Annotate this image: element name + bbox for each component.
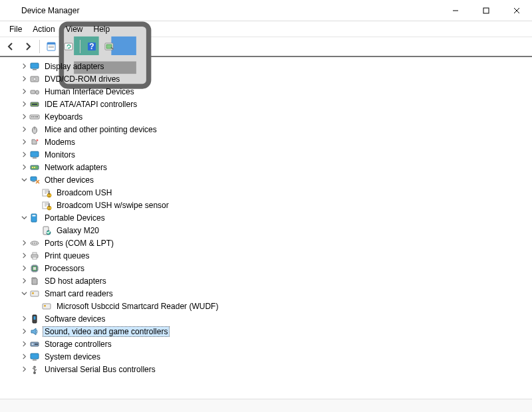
modem-icon xyxy=(29,137,40,148)
device-broadcom-ush-swipe[interactable]: Broadcom USH w/swipe sensor xyxy=(1,199,531,211)
app-icon xyxy=(5,5,16,16)
menu-bar: File Action View Help xyxy=(0,21,532,37)
chevron-right-icon[interactable] xyxy=(20,239,28,247)
menu-help[interactable]: Help xyxy=(88,23,116,35)
category-other-devices[interactable]: Other devices xyxy=(1,173,531,186)
toolbar-refresh-button[interactable] xyxy=(61,39,76,54)
monitor-icon xyxy=(29,150,40,160)
chevron-right-icon[interactable] xyxy=(20,100,28,108)
chevron-down-icon[interactable] xyxy=(20,176,28,184)
device-broadcom-ush[interactable]: Broadcom USH xyxy=(1,186,531,199)
device-label: Galaxy M20 xyxy=(55,226,101,235)
chevron-down-icon[interactable] xyxy=(20,214,28,222)
chevron-right-icon[interactable] xyxy=(20,328,28,336)
toolbar-forward-button[interactable] xyxy=(20,39,36,54)
toolbar-properties-button[interactable] xyxy=(43,39,59,54)
category-label: Mice and other pointing devices xyxy=(43,125,159,134)
category-processors[interactable]: Processors xyxy=(1,262,531,274)
device-ms-usbccid[interactable]: Microsoft Usbccid Smartcard Reader (WUDF… xyxy=(1,300,531,312)
smartcard-icon xyxy=(29,288,40,299)
category-label: Storage controllers xyxy=(43,340,114,349)
chevron-right-icon[interactable] xyxy=(20,62,28,70)
category-keyboards[interactable]: Keyboards xyxy=(1,110,531,123)
category-ports[interactable]: Ports (COM & LPT) xyxy=(1,237,531,249)
chevron-right-icon[interactable] xyxy=(20,340,28,348)
category-mice[interactable]: Mice and other pointing devices xyxy=(1,123,531,136)
category-sound-video-game[interactable]: Sound, video and game controllers xyxy=(1,325,531,338)
chevron-right-icon[interactable] xyxy=(20,163,28,171)
cpu-icon xyxy=(29,263,40,274)
category-label: Smart card readers xyxy=(43,289,115,298)
device-label: Broadcom USH w/swipe sensor xyxy=(55,201,171,210)
category-label: Modems xyxy=(43,138,77,147)
system-icon xyxy=(29,352,40,362)
category-monitors[interactable]: Monitors xyxy=(1,148,531,161)
category-label: Display adapters xyxy=(43,62,106,71)
category-network[interactable]: Network adapters xyxy=(1,161,531,173)
chevron-right-icon[interactable] xyxy=(20,277,28,285)
category-print-queues[interactable]: Print queues xyxy=(1,249,531,262)
chevron-right-icon[interactable] xyxy=(20,264,28,272)
usb-icon xyxy=(29,364,40,375)
port-icon xyxy=(29,238,40,249)
device-galaxy-m20[interactable]: Galaxy M20 xyxy=(1,224,531,237)
category-label: Sound, video and game controllers xyxy=(43,326,170,337)
category-storage-controllers[interactable]: Storage controllers xyxy=(1,338,531,350)
storage-icon xyxy=(29,339,40,350)
status-bar xyxy=(0,399,532,412)
toolbar-help-button[interactable] xyxy=(84,39,100,54)
device-tree[interactable]: Display adapters DVD/CD-ROM drives Human… xyxy=(0,57,532,399)
category-label: Portable Devices xyxy=(43,213,107,223)
category-label: Monitors xyxy=(43,150,77,159)
chevron-right-icon[interactable] xyxy=(20,315,28,323)
printer-icon xyxy=(29,251,40,261)
maximize-button[interactable] xyxy=(471,0,501,21)
category-label: Human Interface Devices xyxy=(43,87,136,96)
category-modems[interactable]: Modems xyxy=(1,136,531,148)
toolbar-scan-button[interactable] xyxy=(101,39,117,54)
close-button[interactable] xyxy=(501,0,532,21)
device-label: Microsoft Usbccid Smartcard Reader (WUDF… xyxy=(55,302,220,311)
software-device-icon xyxy=(29,314,40,324)
category-label: Keyboards xyxy=(43,112,84,122)
category-label: DVD/CD-ROM drives xyxy=(43,74,122,84)
category-label: Print queues xyxy=(43,251,91,260)
category-sd-host[interactable]: SD host adapters xyxy=(1,274,531,287)
title-bar: Device Manager xyxy=(0,0,532,21)
chevron-right-icon[interactable] xyxy=(20,138,28,146)
category-system-devices[interactable]: System devices xyxy=(1,350,531,363)
category-smartcard-readers[interactable]: Smart card readers xyxy=(1,287,531,300)
ide-icon xyxy=(29,99,40,110)
category-label: Other devices xyxy=(43,175,96,185)
display-adapter-icon xyxy=(29,61,40,72)
category-label: Ports (COM & LPT) xyxy=(43,239,116,248)
menu-view[interactable]: View xyxy=(61,23,88,35)
mouse-icon xyxy=(29,124,40,135)
menu-file[interactable]: File xyxy=(4,23,27,35)
minimize-button[interactable] xyxy=(440,0,471,21)
category-label: Network adapters xyxy=(43,163,109,172)
device-label: Broadcom USH xyxy=(55,188,114,197)
category-display-adapters[interactable]: Display adapters xyxy=(1,60,531,72)
chevron-right-icon[interactable] xyxy=(20,365,28,373)
category-portable-devices[interactable]: Portable Devices xyxy=(1,211,531,224)
chevron-right-icon[interactable] xyxy=(20,126,28,134)
category-usb-controllers[interactable]: Universal Serial Bus controllers xyxy=(1,363,531,375)
chevron-right-icon[interactable] xyxy=(20,88,28,96)
category-ide[interactable]: IDE ATA/ATAPI controllers xyxy=(1,98,531,110)
chevron-right-icon[interactable] xyxy=(20,252,28,260)
chevron-right-icon[interactable] xyxy=(20,151,28,159)
category-label: Universal Serial Bus controllers xyxy=(43,365,158,374)
chevron-down-icon[interactable] xyxy=(20,290,28,298)
chevron-right-icon[interactable] xyxy=(20,353,28,361)
category-label: IDE ATA/ATAPI controllers xyxy=(43,100,139,109)
category-dvd-cdrom[interactable]: DVD/CD-ROM drives xyxy=(1,72,531,85)
category-hid[interactable]: Human Interface Devices xyxy=(1,85,531,98)
category-label: Software devices xyxy=(43,314,107,324)
menu-action[interactable]: Action xyxy=(27,23,60,35)
network-icon xyxy=(29,162,40,173)
chevron-right-icon[interactable] xyxy=(20,113,28,121)
toolbar-back-button[interactable] xyxy=(3,39,19,54)
chevron-right-icon[interactable] xyxy=(20,75,28,83)
category-software-devices[interactable]: Software devices xyxy=(1,312,531,325)
